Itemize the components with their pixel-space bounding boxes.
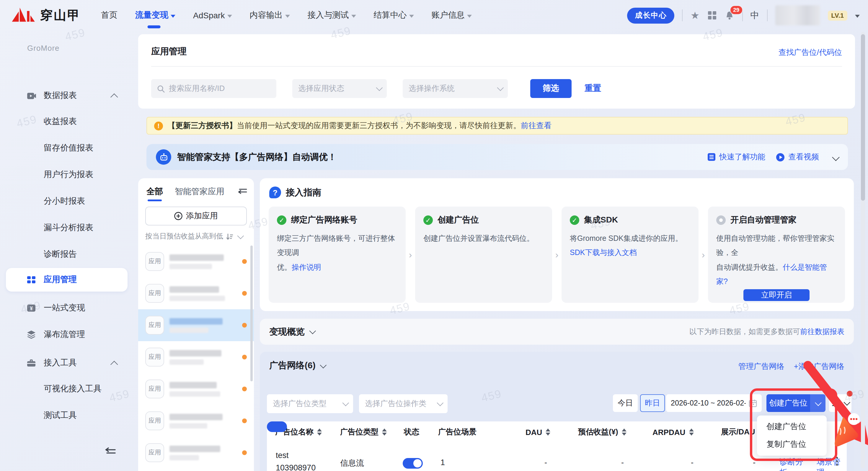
row-more-icon[interactable]: [836, 457, 838, 466]
sidebar-item-diagnosis-report[interactable]: 诊断报告: [0, 243, 135, 266]
level-badge: LV.1: [828, 10, 847, 20]
nav-adspark[interactable]: AdSpark: [193, 11, 232, 20]
col-header-impr-dau[interactable]: 展示/DAU: [721, 421, 755, 443]
placement-op-select[interactable]: 选择广告位操作类: [359, 394, 447, 413]
sort-icon[interactable]: [317, 429, 322, 436]
avatar[interactable]: [775, 5, 820, 25]
nav-integration-test[interactable]: 接入与测试: [307, 10, 356, 21]
app-list-item[interactable]: 应用: [138, 341, 254, 373]
sidebar-item-user-behavior-report[interactable]: 用户行为报表: [0, 163, 135, 187]
notice-text: 当前使用一站式变现的应用需要更新三方授权书，为不影响变现，请尽快前往更新。: [237, 121, 521, 130]
sort-icon[interactable]: [546, 429, 550, 436]
sort-control[interactable]: 按当日预估收益从高到低: [145, 231, 242, 242]
sidebar-item-data-report[interactable]: 数据报表: [0, 84, 135, 107]
overview-title[interactable]: 变现概览: [269, 326, 314, 337]
sidebar-item-app-management[interactable]: 应用管理: [6, 268, 128, 291]
sidebar-item-hourly-report[interactable]: 分小时报表: [0, 189, 135, 213]
sidebar-item-test-tool[interactable]: 测试工具: [0, 404, 135, 427]
watch-video-link[interactable]: 查看视频: [776, 152, 819, 162]
add-app-button[interactable]: 添加应用: [145, 207, 247, 225]
sidebar-item-retention-value-report[interactable]: 留存价值报表: [0, 136, 135, 160]
placement-name-link[interactable]: test: [276, 451, 289, 460]
search-icon: [157, 85, 165, 92]
active-nav-underline: [148, 25, 161, 28]
sdk-download-link[interactable]: SDK下载与接入文档: [570, 249, 637, 257]
tab-all-apps[interactable]: 全部: [147, 187, 163, 197]
app-status-select[interactable]: 选择应用状态: [292, 79, 387, 98]
sidebar-item-one-stop-monetization[interactable]: ¥ 一站式变现: [0, 296, 135, 320]
notice-go-link[interactable]: 前往查看: [521, 121, 552, 130]
sort-icon[interactable]: [689, 429, 693, 436]
banner-collapse-chevron-icon[interactable]: [832, 153, 839, 161]
split-chevron-down-icon[interactable]: [810, 394, 826, 412]
sidebar-brand: GroMore: [27, 44, 60, 53]
col-header-type[interactable]: 广告位类型: [340, 421, 387, 443]
sort-icon[interactable]: [382, 429, 387, 436]
sidebar-item-waterfall-management[interactable]: 瀑布流管理: [0, 323, 135, 346]
quick-learn-link[interactable]: 快速了解功能: [707, 152, 765, 162]
menu-item-copy-placement[interactable]: 复制广告位: [757, 436, 827, 453]
sidebar-item-funnel-report[interactable]: 漏斗分析报表: [0, 216, 135, 240]
reset-button[interactable]: 重置: [585, 83, 601, 94]
sort-icon[interactable]: [622, 429, 626, 436]
panel-scrollbar[interactable]: [250, 246, 253, 381]
menu-item-create-placement[interactable]: 创建广告位: [757, 418, 827, 436]
guide-step-bind-network: ✓绑定广告网络账号 绑定三方广告网络账号，可进行整体变现调优。操作说明: [269, 207, 406, 303]
nav-home[interactable]: 首页: [101, 10, 118, 21]
app-list-item-selected[interactable]: 应用: [138, 309, 254, 341]
check-icon: ✓: [277, 215, 286, 225]
page-scrollbar-thumb[interactable]: [861, 34, 865, 201]
apps-grid-icon[interactable]: [707, 11, 717, 20]
star-icon[interactable]: ★: [690, 9, 700, 22]
sidebar-item-revenue-report[interactable]: 收益报表: [0, 110, 135, 133]
nav-account-info[interactable]: 账户信息: [431, 10, 471, 21]
growth-center-button[interactable]: 成长中心: [627, 7, 675, 23]
status-dot: [242, 323, 247, 327]
sidebar-item-visual-integration-tool[interactable]: 可视化接入工具: [0, 377, 135, 401]
date-range-picker[interactable]: 2026-02-10 ~ 2026-02-1: [666, 394, 762, 412]
report-video-icon: [26, 90, 37, 101]
search-input[interactable]: 搜索应用名称/ID: [151, 79, 276, 98]
enable-now-button[interactable]: 立即开启: [743, 289, 810, 301]
status-toggle[interactable]: [403, 458, 423, 469]
pangle-logo[interactable]: 穿山甲: [12, 7, 81, 24]
account-chevron-down-icon[interactable]: [855, 14, 860, 18]
find-placement-link[interactable]: 查找广告位/代码位: [779, 47, 842, 58]
col-header-dau[interactable]: DAU: [526, 421, 550, 443]
app-list-item[interactable]: 应用: [138, 277, 254, 309]
goto-data-report-link[interactable]: 前往数据报表: [800, 327, 844, 336]
placement-type-select[interactable]: 选择广告位类型: [267, 394, 353, 413]
sidebar-item-integration-tools[interactable]: 接入工具: [0, 351, 135, 375]
filter-button[interactable]: 筛选: [530, 79, 571, 98]
os-select[interactable]: 选择操作系统: [403, 79, 508, 98]
top-bar: 穿山甲 首页 流量变现 AdSpark 内容输出 接入与测试 结算中心 账户信息…: [0, 0, 868, 31]
scene-value: 1: [440, 458, 445, 467]
app-list-item[interactable]: 应用: [138, 437, 254, 469]
chevron-down-icon: [320, 362, 327, 368]
bell-icon[interactable]: 29: [724, 10, 734, 20]
tab-smart-butler-apps[interactable]: 智能管家应用: [175, 187, 224, 197]
nav-content-output[interactable]: 内容输出: [249, 10, 290, 21]
today-button[interactable]: 今日: [613, 394, 638, 412]
diagnosis-link[interactable]: 诊断分析: [779, 457, 810, 471]
col-header-arpdau[interactable]: ARPDAU: [652, 421, 693, 443]
add-network-link[interactable]: +添加广告网络: [794, 361, 844, 372]
scene-manage-link[interactable]: 场景管理: [817, 457, 847, 471]
app-list-item[interactable]: 应用: [138, 405, 254, 437]
yesterday-button[interactable]: 昨日: [640, 394, 665, 412]
operation-guide-link[interactable]: 操作说明: [292, 263, 321, 272]
nav-settlement[interactable]: 结算中心: [373, 10, 414, 21]
network-title[interactable]: 广告网络(6): [269, 360, 316, 371]
create-placement-split-button[interactable]: 创建广告位: [767, 394, 826, 412]
app-list-item[interactable]: 应用: [138, 246, 254, 277]
create-placement-button[interactable]: 创建广告位: [767, 394, 810, 412]
sidebar-collapse-icon[interactable]: [105, 447, 117, 458]
manage-networks-link[interactable]: 管理广告网络: [738, 361, 784, 372]
language-switch[interactable]: 中: [750, 10, 759, 21]
nav-monetization[interactable]: 流量变现: [135, 10, 175, 21]
col-header-revenue[interactable]: 预估收益(¥): [578, 421, 626, 443]
panel-collapse-icon[interactable]: [238, 187, 248, 197]
metric-config-button[interactable]: [829, 394, 851, 412]
app-list-item[interactable]: 应用: [138, 373, 254, 405]
helper-mascot[interactable]: [831, 413, 862, 450]
